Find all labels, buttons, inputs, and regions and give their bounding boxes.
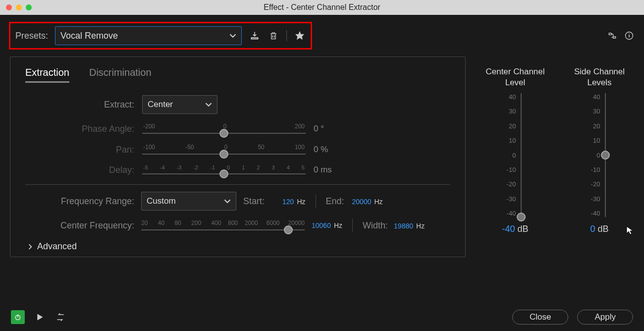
routing-icon: [607, 31, 617, 41]
tabs: Extraction Discrimination: [25, 67, 450, 83]
width-unit: Hz: [416, 222, 425, 230]
cf-value[interactable]: 10060: [312, 221, 331, 229]
end-value[interactable]: 20000: [352, 198, 372, 206]
levels-panel: Center Channel Level 403020100-10-20-30-…: [466, 56, 634, 257]
side-level-title: Side Channel Levels: [565, 66, 634, 88]
phase-slider[interactable]: -2000200: [142, 123, 306, 135]
delay-slider[interactable]: -5-4-3-2-1012345: [142, 165, 306, 175]
start-value[interactable]: 120: [282, 198, 294, 206]
cf-ticks: 2040802004008002000600020000: [141, 220, 305, 226]
divider: [286, 30, 287, 41]
pan-label: Pan:: [25, 145, 134, 155]
side-level-readout[interactable]: 0 dB: [590, 224, 608, 234]
favorite-preset-button[interactable]: [294, 30, 306, 42]
save-preset-button[interactable]: [249, 30, 261, 42]
cf-slider[interactable]: 2040802004008002000600020000: [141, 220, 305, 231]
presets-highlight: Presets: Vocal Remove: [9, 22, 312, 50]
trash-icon: [268, 31, 278, 41]
delay-readout[interactable]: 0 ms: [314, 165, 450, 175]
power-icon: [14, 313, 22, 321]
cursor-icon: [626, 225, 636, 235]
tab-extraction[interactable]: Extraction: [25, 67, 69, 83]
extract-value: Center: [148, 100, 173, 110]
main-panel: Extraction Discrimination Extract: Cente…: [10, 56, 466, 257]
body: Extraction Discrimination Extract: Cente…: [0, 56, 644, 257]
cf-label: Center Frequency:: [25, 221, 134, 231]
divider: [352, 219, 353, 232]
pan-slider[interactable]: -100-50050100: [142, 144, 306, 156]
save-icon: [250, 31, 260, 41]
side-level-column: Side Channel Levels 403020100-10-20-30-4…: [565, 66, 634, 257]
phase-label: Phase Angle:: [25, 124, 134, 134]
presets-row: Presets: Vocal Remove: [0, 15, 644, 56]
center-level-thumb[interactable]: [517, 213, 526, 221]
divider: [316, 194, 316, 208]
side-level-ticks: 403020100-10-20-30-40: [591, 93, 600, 217]
title-bar: Effect - Center Channel Extractor: [0, 0, 644, 15]
power-button[interactable]: [11, 310, 25, 324]
chevron-down-icon: [229, 32, 236, 39]
phase-readout[interactable]: 0 °: [314, 124, 450, 134]
pan-readout[interactable]: 0 %: [314, 145, 450, 155]
chevron-right-icon: [27, 244, 33, 250]
end-unit: Hz: [374, 198, 382, 206]
extract-label: Extract:: [25, 100, 134, 110]
preset-value: Vocal Remove: [60, 31, 118, 41]
star-icon: [295, 31, 305, 41]
center-level-column: Center Channel Level 403020100-10-20-30-…: [481, 66, 550, 257]
freq-range-label: Frequency Range:: [25, 196, 134, 207]
start-label: Start:: [243, 196, 265, 207]
center-level-readout[interactable]: -40 dB: [502, 224, 528, 234]
extraction-grid: Extract: Center Phase Angle: -2000200 0 …: [25, 95, 450, 175]
center-level-title: Center Channel Level: [481, 66, 550, 88]
phase-thumb[interactable]: [219, 129, 228, 138]
preset-select[interactable]: Vocal Remove: [55, 26, 242, 45]
tab-discrimination[interactable]: Discrimination: [89, 67, 152, 83]
pan-thumb[interactable]: [219, 150, 228, 159]
footer: Close Apply: [0, 303, 644, 331]
center-level-ticks: 403020100-10-20-30-40: [507, 93, 516, 217]
info-icon: [624, 31, 634, 41]
side-level-thumb[interactable]: [601, 151, 610, 160]
routing-button[interactable]: [606, 30, 618, 42]
freq-range-select[interactable]: Custom: [141, 192, 236, 211]
start-unit: Hz: [297, 198, 305, 206]
apply-button[interactable]: Apply: [577, 310, 633, 325]
side-level-slider[interactable]: 403020100-10-20-30-40: [591, 93, 608, 217]
info-button[interactable]: [623, 30, 635, 42]
cf-thumb[interactable]: [284, 225, 293, 234]
chevron-down-icon: [205, 101, 212, 108]
play-icon: [35, 312, 45, 322]
width-value[interactable]: 19880: [394, 222, 413, 230]
center-level-slider[interactable]: 403020100-10-20-30-40: [507, 93, 524, 217]
delay-thumb[interactable]: [219, 169, 228, 178]
presets-label: Presets:: [15, 31, 48, 41]
divider: [25, 184, 450, 185]
cf-unit: Hz: [334, 221, 342, 229]
chevron-down-icon: [224, 198, 231, 205]
play-button[interactable]: [34, 311, 46, 323]
end-label: End:: [326, 196, 344, 207]
extract-select[interactable]: Center: [142, 95, 217, 114]
close-button[interactable]: Close: [512, 310, 568, 325]
loop-icon: [55, 312, 65, 322]
loop-button[interactable]: [54, 311, 66, 323]
advanced-label: Advanced: [37, 241, 77, 252]
advanced-toggle[interactable]: Advanced: [25, 241, 450, 252]
freq-range-value: Custom: [147, 196, 176, 206]
delay-label: Delay:: [25, 165, 134, 175]
delete-preset-button[interactable]: [268, 30, 279, 42]
width-label: Width:: [363, 221, 388, 231]
window-title: Effect - Center Channel Extractor: [0, 3, 644, 12]
